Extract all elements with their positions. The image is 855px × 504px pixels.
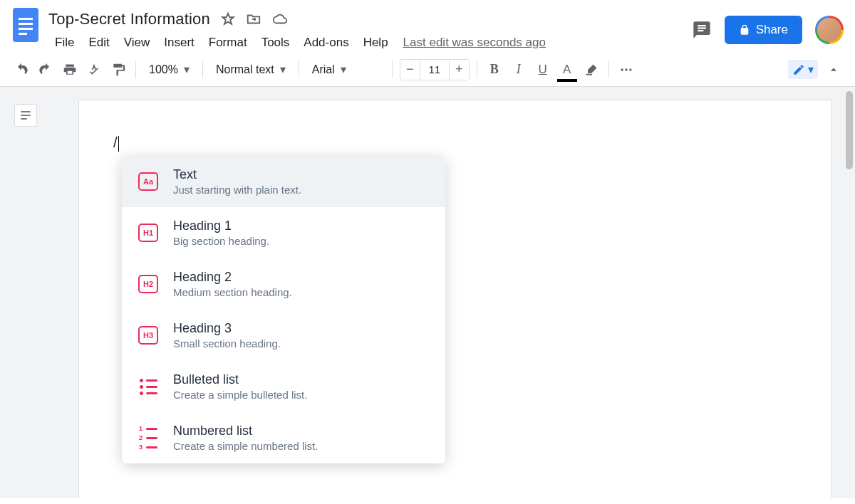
bullets-icon: [138, 376, 159, 397]
pencil-icon: [792, 63, 805, 76]
svg-point-8: [629, 68, 631, 70]
svg-rect-5: [586, 73, 591, 75]
svg-rect-2: [19, 23, 33, 25]
toolbar-separator: [135, 61, 136, 78]
svg-point-6: [621, 68, 623, 70]
font-size-input[interactable]: [420, 60, 449, 80]
highlight-button[interactable]: [581, 60, 601, 80]
svg-rect-1: [19, 18, 33, 20]
slash-menu-item-bulleted-list[interactable]: Bulleted listCreate a simple bulleted li…: [122, 361, 445, 412]
lock-icon: [739, 24, 750, 36]
print-button[interactable]: [60, 60, 80, 80]
menu-help[interactable]: Help: [357, 33, 395, 53]
slash-item-title: Bulleted list: [173, 372, 307, 387]
undo-button[interactable]: [11, 60, 31, 80]
document-page[interactable]: / AaTextJust starting with plain text.H1…: [78, 100, 832, 498]
svg-rect-9: [21, 111, 30, 112]
style-value: Normal text: [216, 63, 274, 76]
toolbar-separator: [299, 61, 299, 78]
spellcheck-button[interactable]: [84, 60, 104, 80]
toolbar-separator: [202, 61, 203, 78]
slash-item-title: Text: [173, 167, 301, 182]
slash-menu-item-heading-2[interactable]: H2Heading 2Medium section heading.: [122, 258, 445, 310]
text-color-button[interactable]: A: [557, 60, 577, 80]
slash-menu-item-numbered-list[interactable]: 123Numbered listCreate a simple numbered…: [122, 412, 445, 463]
title-block: Top-Secret Information File Edit View In…: [48, 6, 692, 53]
vertical-scrollbar[interactable]: [846, 91, 853, 169]
more-tools-button[interactable]: [616, 60, 636, 80]
paragraph-style-select[interactable]: Normal text ▾: [210, 60, 291, 79]
menu-tools[interactable]: Tools: [255, 33, 296, 53]
box-icon: Aa: [138, 171, 159, 192]
collapse-toolbar-button[interactable]: [824, 60, 844, 80]
toolbar-separator: [608, 61, 609, 78]
document-title[interactable]: Top-Secret Information: [48, 10, 210, 28]
italic-button[interactable]: I: [509, 60, 529, 80]
star-icon[interactable]: [220, 11, 236, 27]
slash-menu-item-heading-3[interactable]: H3Heading 3Small section heading.: [122, 310, 445, 361]
document-outline-button[interactable]: [14, 104, 37, 127]
menu-file[interactable]: File: [48, 33, 81, 53]
slash-item-title: Heading 1: [173, 219, 269, 233]
svg-rect-11: [21, 118, 26, 120]
paint-format-button[interactable]: [108, 60, 128, 80]
canvas-area: / AaTextJust starting with plain text.H1…: [0, 87, 855, 498]
slash-item-title: Heading 2: [173, 270, 292, 285]
font-value: Arial: [312, 63, 335, 76]
bold-button[interactable]: B: [484, 60, 504, 80]
slash-item-desc: Medium section heading.: [173, 286, 292, 298]
menu-format[interactable]: Format: [202, 33, 254, 53]
font-size-increase[interactable]: +: [449, 60, 469, 80]
share-button[interactable]: Share: [725, 16, 802, 44]
svg-rect-10: [21, 115, 30, 116]
cloud-status-icon[interactable]: [271, 11, 289, 27]
underline-button[interactable]: U: [533, 60, 553, 80]
slash-menu-item-heading-1[interactable]: H1Heading 1Big section heading.: [122, 207, 445, 258]
caret-down-icon: ▾: [280, 63, 286, 76]
box-icon: H2: [138, 273, 159, 295]
document-content[interactable]: /: [113, 135, 118, 150]
caret-down-icon: ▾: [808, 63, 814, 76]
svg-rect-4: [19, 33, 27, 35]
box-icon: H1: [138, 222, 159, 243]
slash-item-title: Numbered list: [173, 424, 318, 439]
slash-command-menu: AaTextJust starting with plain text.H1He…: [122, 156, 445, 463]
menu-edit[interactable]: Edit: [82, 33, 115, 53]
zoom-select[interactable]: 100% ▾: [143, 60, 195, 79]
docs-logo[interactable]: [11, 6, 40, 44]
menu-insert[interactable]: Insert: [157, 33, 201, 53]
svg-rect-3: [19, 28, 33, 30]
header-right: Share: [692, 6, 844, 44]
svg-point-7: [625, 68, 627, 70]
slash-menu-item-text[interactable]: AaTextJust starting with plain text.: [122, 156, 445, 207]
numbers-icon: 123: [138, 427, 159, 448]
slash-item-desc: Big section heading.: [173, 235, 269, 247]
share-label: Share: [756, 23, 788, 37]
header-bar: Top-Secret Information File Edit View In…: [0, 0, 855, 53]
menu-view[interactable]: View: [118, 33, 157, 53]
box-icon: H3: [138, 325, 159, 346]
font-size-control: − +: [400, 59, 470, 80]
caret-down-icon: ▾: [184, 63, 190, 76]
slash-item-desc: Just starting with plain text.: [173, 184, 301, 196]
slash-item-desc: Create a simple bulleted list.: [173, 389, 307, 401]
menu-addons[interactable]: Add-ons: [297, 33, 355, 53]
slash-item-desc: Small section heading.: [173, 337, 281, 350]
last-edit-link[interactable]: Last edit was seconds ago: [403, 36, 546, 50]
font-select[interactable]: Arial ▾: [306, 60, 385, 79]
editing-mode-button[interactable]: ▾: [788, 60, 818, 79]
move-folder-icon[interactable]: [246, 11, 261, 27]
comments-icon[interactable]: [692, 20, 712, 40]
caret-down-icon: ▾: [341, 63, 346, 76]
font-size-decrease[interactable]: −: [400, 60, 420, 80]
menu-bar: File Edit View Insert Format Tools Add-o…: [48, 33, 692, 53]
slash-item-desc: Create a simple numbered list.: [173, 440, 318, 452]
toolbar-separator: [477, 61, 477, 78]
toolbar: 100% ▾ Normal text ▾ Arial ▾ − + B I U A…: [0, 53, 855, 87]
slash-item-title: Heading 3: [173, 321, 281, 336]
toolbar-separator: [392, 61, 393, 78]
account-avatar[interactable]: [815, 16, 844, 44]
zoom-value: 100%: [149, 63, 178, 76]
redo-button[interactable]: [36, 60, 56, 80]
